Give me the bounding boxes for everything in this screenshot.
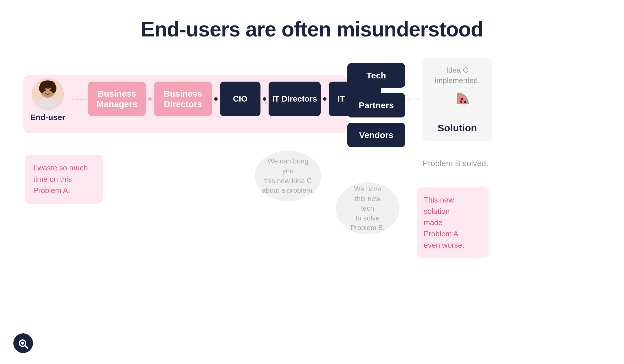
- flow-box-it-directors: IT Directors: [269, 82, 321, 116]
- page-title: End-users are often misunderstood: [0, 0, 624, 41]
- flow-box-business-managers: BusinessManagers: [88, 82, 146, 116]
- svg-line-12: [25, 345, 27, 348]
- svg-point-13: [21, 342, 24, 345]
- dot-3: [263, 97, 266, 101]
- problem-b-text: Problem B solved.: [423, 158, 488, 169]
- right-box-vendors: Vendors: [347, 123, 405, 147]
- dot-4: [323, 97, 326, 101]
- end-user-bubble-text: I waste so much time on this Problem A.: [33, 162, 94, 196]
- svg-point-6: [44, 89, 46, 91]
- flow-box-business-directors: BusinessDirectors: [154, 82, 212, 116]
- end-user-bubble: I waste so much time on this Problem A.: [25, 155, 103, 204]
- right-box-partners: Partners: [347, 93, 405, 117]
- dot-2: [214, 97, 218, 101]
- cio-bubble: We can bring you this new idea C about a…: [255, 150, 321, 201]
- idea-c-text: Idea C implemented.: [429, 65, 486, 86]
- problem-b-box: Problem B solved.: [423, 158, 488, 169]
- solution-label: Solution: [429, 122, 486, 134]
- logo: [13, 333, 33, 353]
- dashed-line-1: [72, 99, 87, 100]
- svg-point-7: [49, 89, 51, 91]
- flow-box-cio: CIO: [220, 82, 260, 116]
- end-user-label: End-user: [30, 113, 65, 122]
- cio-bubble-text: We can bring you this new idea C about a…: [262, 156, 314, 195]
- svg-point-5: [51, 84, 56, 93]
- solution-box: Idea C implemented. Solution: [423, 58, 492, 141]
- vendor-bubble: We have this new tech to solve Problem B…: [336, 182, 399, 234]
- dot-1: [148, 97, 152, 101]
- right-column: Tech Partners Vendors: [347, 63, 405, 147]
- vendor-bubble-text: We have this new tech to solve Problem B…: [350, 184, 385, 233]
- svg-point-4: [39, 84, 45, 93]
- avatar: [32, 78, 64, 110]
- pink-solution-box: This new solution made Problem A even wo…: [417, 187, 489, 258]
- right-box-tech: Tech: [347, 63, 405, 88]
- end-user-section: End-user: [29, 78, 67, 122]
- watermelon-icon: [444, 91, 470, 117]
- pink-solution-text: This new solution made Problem A even wo…: [424, 194, 482, 251]
